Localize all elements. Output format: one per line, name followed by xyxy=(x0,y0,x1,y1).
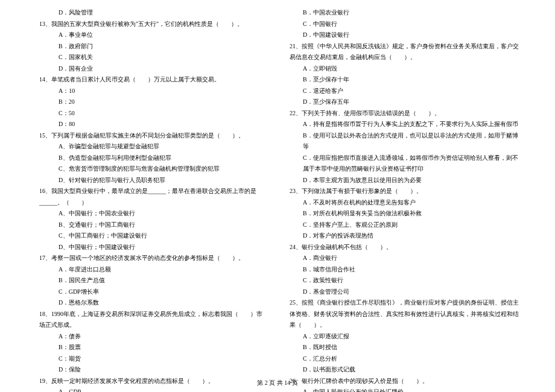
option: B、伪造型金融犯罪与利用便利型金融犯罪 xyxy=(33,153,265,164)
option: B：股票 xyxy=(33,342,265,353)
option: C．GDP增长率 xyxy=(33,286,265,298)
option: D：80 xyxy=(33,119,265,130)
question: 25、按照《商业银行授信工作尽职指引》，商业银行应对客户提供的身份证明、授信主体… xyxy=(290,297,522,331)
option: D．国有企业 xyxy=(33,63,265,75)
option: D．中国建设银行 xyxy=(290,30,522,41)
option: D．风险管理 xyxy=(33,7,265,19)
question: 21、按照《中华人民共和国反洗钱法》规定，客户身份资料在业务关系结束后，客户交易… xyxy=(290,41,522,63)
option: C．使用应指把假币直接进入流通领域，如将假币作为资信证明给别人察看，则不属于本罪… xyxy=(290,153,522,175)
option: C．中国银行 xyxy=(290,19,522,30)
question: 23、下列做法属于有损于银行形象的是（ ）。 xyxy=(290,186,522,197)
option: A．不及时将所在机构的处理意见告知客户 xyxy=(290,197,522,209)
option: B．对所在机构明显有失妥当的做法积极补救 xyxy=(290,208,522,220)
question: 16、我国大型商业银行中，最早成立的是______；最早在香港联合交易所上市的是… xyxy=(33,186,265,208)
option: C、中国工商银行；中国建设银行 xyxy=(33,230,265,242)
question: 15、下列属于根据金融犯罪实施主体的不同划分金融犯罪类型的是（ ）。 xyxy=(33,130,265,142)
option: D．以书面形式记载 xyxy=(290,364,522,376)
option: A．GDP xyxy=(33,387,265,392)
option: A．持有是指将假币置于行为人事实上的支配之下，不要求行为人实际上握有假币 xyxy=(290,119,522,130)
option: C：期货 xyxy=(33,353,265,365)
question: 17、考察一国或一个地区的经济发展水平的动态变化的参考指标是（ ）。 xyxy=(33,253,265,264)
question: 14、单笔或者当日累计人民币交易（ ）万元以上属于大额交易。 xyxy=(33,74,265,86)
option: A：10 xyxy=(33,86,265,97)
question: 24、银行业金融机构不包括（ ）。 xyxy=(290,242,522,253)
option: C．政策性银行 xyxy=(290,275,522,286)
option: A、诈骗型金融犯罪与规避型金融犯罪 xyxy=(33,141,265,153)
option: A：债券 xyxy=(33,331,265,343)
option: A．年度进出口总额 xyxy=(33,264,265,276)
option: D：保险 xyxy=(33,364,265,376)
left-column: D．风险管理 13、我国的五家大型商业银行被称为"五大行"，它们的机构性质是（ … xyxy=(33,7,265,368)
option: D．至少保存五年 xyxy=(290,96,522,108)
question: 13、我国的五家大型商业银行被称为"五大行"，它们的机构性质是（ ）。 xyxy=(33,19,265,30)
option: D、针对银行的犯罪与银行人员职务犯罪 xyxy=(33,175,265,186)
option: C、危害货币管理制度的犯罪与危害金融机构管理制度的犯罪 xyxy=(33,163,265,175)
option: C．退还给客户 xyxy=(290,86,522,97)
option: A．立即销毁 xyxy=(290,63,522,75)
option: C．国家机关 xyxy=(33,52,265,63)
option: A．事业单位 xyxy=(33,30,265,41)
option: A．商业银行 xyxy=(290,253,522,264)
option: A．立即逐级汇报 xyxy=(290,331,522,343)
option: B．既时授信 xyxy=(290,342,522,353)
option: D．对客户的投诉表现热情 xyxy=(290,230,522,242)
question: 18、1990年底，上海证券交易所和深圳证券交易所先后成立，标志着我国（ ）市场… xyxy=(33,309,265,331)
option: A．中国人民银行公布的当日外汇牌价 xyxy=(290,387,522,392)
option: B、交通银行；中国工商银行 xyxy=(33,220,265,231)
option: D．基金管理公司 xyxy=(290,286,522,298)
option: B：20 xyxy=(33,96,265,108)
page-footer: 第 2 页 共 14 页 xyxy=(0,379,555,387)
content-columns: D．风险管理 13、我国的五家大型商业银行被称为"五大行"，它们的机构性质是（ … xyxy=(33,7,522,368)
option: B．城市信用合作社 xyxy=(290,264,522,276)
option: B．使用可以是以外表合法的方式使用，也可以是以非法的方式使用，如用于赌博等 xyxy=(290,130,522,153)
option: B．政府部门 xyxy=(33,41,265,52)
option: C．汇总分析 xyxy=(290,353,522,365)
option: C：50 xyxy=(33,108,265,119)
option: D、中国银行；中国建设银行 xyxy=(33,242,265,253)
right-column: B．中国农业银行 C．中国银行 D．中国建设银行 21、按照《中华人民共和国反洗… xyxy=(290,7,522,368)
option: D．本罪主观方面为故意且以使用目的为必要 xyxy=(290,175,522,186)
option: B．中国农业银行 xyxy=(290,7,522,19)
option: D．恩格尔系数 xyxy=(33,297,265,309)
option: C．坚持客户至上、客观公正的原则 xyxy=(290,220,522,231)
option: A、中国银行；中国农业银行 xyxy=(33,208,265,220)
option: B．国民生产总值 xyxy=(33,275,265,286)
question: 22、下列关于持有、使用假币罪说法错误的是（ ）。 xyxy=(290,108,522,119)
option: B．至少保存十年 xyxy=(290,74,522,86)
